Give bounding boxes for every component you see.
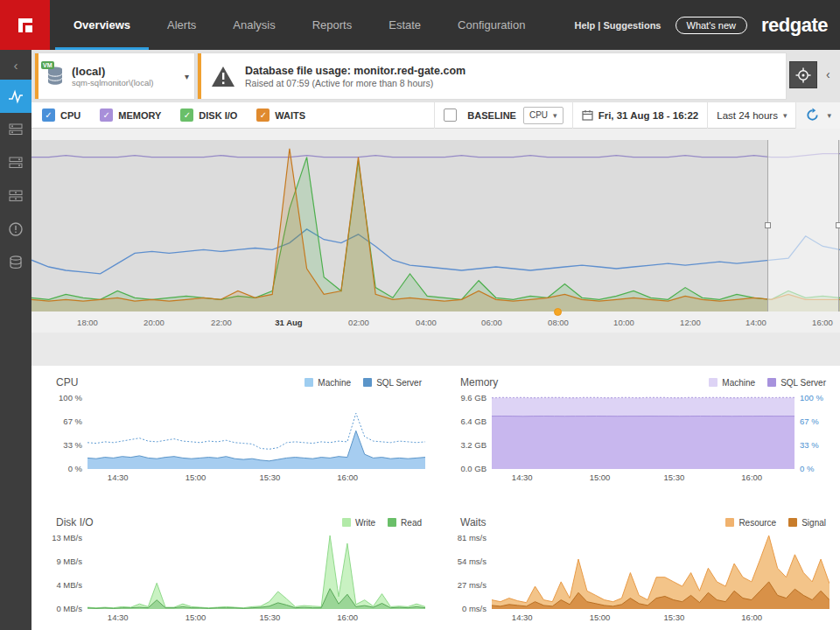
disk-io-chart-title: Disk I/O: [56, 516, 94, 528]
machine-swatch: [304, 378, 313, 387]
disk-io-x-axis: 14:3015:00 15:3016:00: [88, 609, 425, 623]
disk-io-legend: Write Read: [342, 518, 422, 528]
memory-legend: Machine SQL Server: [709, 378, 826, 388]
help-suggestions-link[interactable]: Help | Suggestions: [574, 20, 661, 31]
nav-analysis[interactable]: Analysis: [214, 0, 293, 50]
alert-circle-icon: [8, 221, 24, 237]
focus-target-button[interactable]: [789, 61, 817, 88]
alert-subtitle: Raised at 07:59 (Active for more than 8 …: [245, 78, 466, 88]
machine-swatch: [709, 378, 718, 387]
memory-plot: [492, 396, 794, 469]
refresh-icon[interactable]: [805, 108, 820, 122]
main-nav: Overviews Alerts Analysis Reports Estate…: [55, 0, 543, 50]
warning-triangle-icon: [210, 65, 236, 88]
date-picker[interactable]: Fri, 31 Aug 18 - 16:22: [572, 102, 708, 129]
active-alert-banner[interactable]: Database file usage: monitor.red-gate.co…: [198, 53, 786, 99]
sidebar-item-alerts[interactable]: [0, 213, 32, 246]
memory-checkbox[interactable]: ✓: [100, 108, 113, 122]
top-navigation-bar: Overviews Alerts Analysis Reports Estate…: [0, 0, 840, 50]
baseline-group: BASELINE CPU ▾: [434, 102, 571, 129]
topbar-right: Help | Suggestions What's new redgate: [574, 0, 840, 50]
toggle-waits[interactable]: ✓ WAITS: [256, 108, 305, 122]
cpu-chart-card: CPU Machine SQL Server 100 %67 % 33 %0 %…: [49, 373, 425, 502]
nav-overviews[interactable]: Overviews: [55, 0, 149, 50]
resource-swatch: [725, 518, 734, 527]
sidebar-item-availability-groups[interactable]: [0, 179, 32, 213]
nav-configuration[interactable]: Configuration: [439, 0, 543, 50]
redgate-wordmark: redgate: [761, 14, 828, 37]
sql-monitor-app: { "topbar": { "nav": [ {"label": "Overvi…: [0, 0, 840, 630]
waits-chart-title: Waits: [460, 516, 486, 528]
whats-new-button[interactable]: What's new: [676, 17, 748, 34]
selection-left-handle[interactable]: [765, 222, 771, 228]
instance-list-icon: [8, 155, 24, 171]
collapse-panel-chevron-icon[interactable]: ‹: [826, 67, 830, 81]
metric-toggle-row: ✓ CPU ✓ MEMORY ✓ DISK I/O ✓ WAITS BASELI…: [32, 102, 840, 129]
sidebar-collapse-chevron-icon[interactable]: ‹: [0, 50, 32, 80]
disk-io-checkbox[interactable]: ✓: [180, 108, 193, 122]
charts-panel: CPU Machine SQL Server 100 %67 % 33 %0 %…: [32, 366, 840, 630]
target-icon: [795, 67, 811, 83]
nav-estate[interactable]: Estate: [370, 0, 439, 50]
sql-server-swatch: [363, 378, 372, 387]
cpu-checkbox[interactable]: ✓: [42, 108, 55, 122]
waits-plot: [492, 536, 830, 609]
time-range-text: Last 24 hours: [717, 110, 778, 121]
timeline-plot[interactable]: [32, 140, 840, 312]
group-list-icon: [8, 188, 24, 204]
database-selector[interactable]: VM (local) sqm-sqlmonitor\(local) ▾: [35, 53, 194, 99]
time-range-select[interactable]: Last 24 hours ▾: [707, 102, 795, 129]
nav-alerts[interactable]: Alerts: [149, 0, 214, 50]
signal-swatch: [788, 518, 797, 527]
waits-chart-card: Waits Resource Signal 81 ms/s54 ms/s 27 …: [453, 513, 830, 630]
refresh-group: ▾: [795, 102, 840, 129]
nav-reports[interactable]: Reports: [294, 0, 371, 50]
sidebar-item-overview[interactable]: [0, 80, 32, 113]
overview-timeline: 18:00 20:00 22:00 31 Aug 02:00 04:00 06:…: [32, 129, 840, 332]
selected-entity-path: sqm-sqlmonitor\(local): [72, 78, 153, 88]
cpu-plot: [88, 396, 425, 469]
memory-chart-card: Memory Machine SQL Server 9.6 GB6.4 GB 3…: [453, 373, 830, 502]
database-stack-icon: VM: [46, 66, 65, 87]
selector-caret-icon[interactable]: ▾: [185, 72, 189, 81]
redgate-mark-icon: [14, 14, 37, 37]
write-swatch: [342, 518, 351, 527]
disk-io-y-axis: 13 MB/s9 MB/s 4 MB/s0 MB/s: [49, 536, 88, 609]
redgate-logo-tile[interactable]: [0, 0, 50, 50]
baseline-checkbox[interactable]: [444, 108, 457, 122]
date-range-text: Fri, 31 Aug 18 - 16:22: [598, 110, 699, 121]
entity-selector-row: VM (local) sqm-sqlmonitor\(local) ▾ Data…: [32, 50, 840, 102]
toggle-cpu[interactable]: ✓ CPU: [42, 108, 80, 122]
sidebar-item-databases[interactable]: [0, 246, 32, 279]
cpu-legend: Machine SQL Server: [304, 378, 422, 388]
disk-io-chart-card: Disk I/O Write Read 13 MB/s9 MB/s 4 MB/s…: [49, 513, 425, 630]
timeline-chart-svg: [32, 140, 840, 312]
refresh-caret-icon[interactable]: ▾: [827, 111, 831, 120]
calendar-icon: [582, 109, 593, 121]
timeline-x-axis: 18:00 20:00 22:00 31 Aug 02:00 04:00 06:…: [32, 312, 840, 332]
baseline-metric-select[interactable]: CPU ▾: [523, 107, 564, 124]
waits-legend: Resource Signal: [725, 518, 826, 528]
database-icon: [8, 255, 24, 270]
range-caret-icon: ▾: [783, 111, 788, 120]
cpu-x-axis: 14:3015:00 15:3016:00: [88, 469, 425, 483]
sql-server-swatch: [767, 378, 776, 387]
memory-chart-title: Memory: [460, 376, 498, 388]
waits-checkbox[interactable]: ✓: [256, 108, 270, 122]
waits-x-axis: 14:3015:00 15:3016:00: [492, 609, 830, 623]
timeline-selection-window[interactable]: [767, 140, 839, 312]
memory-x-axis: 14:3015:00 15:3016:00: [492, 469, 830, 483]
waits-y-axis: 81 ms/s54 ms/s 27 ms/s0 ms/s: [453, 536, 492, 609]
sidebar-item-instances[interactable]: [0, 146, 32, 179]
disk-io-plot: [88, 536, 425, 609]
cpu-y-axis: 100 %67 % 33 %0 %: [49, 396, 88, 469]
baseline-caret-icon: ▾: [553, 111, 557, 120]
server-list-icon: [8, 122, 24, 137]
alert-title: Database file usage: monitor.red-gate.co…: [245, 64, 466, 79]
toggle-disk-io[interactable]: ✓ DISK I/O: [180, 108, 237, 122]
toggle-memory[interactable]: ✓ MEMORY: [100, 108, 161, 122]
selection-right-handle[interactable]: [836, 222, 840, 228]
sidebar-item-servers[interactable]: [0, 113, 32, 146]
read-swatch: [388, 518, 396, 527]
vm-badge: VM: [41, 61, 54, 69]
